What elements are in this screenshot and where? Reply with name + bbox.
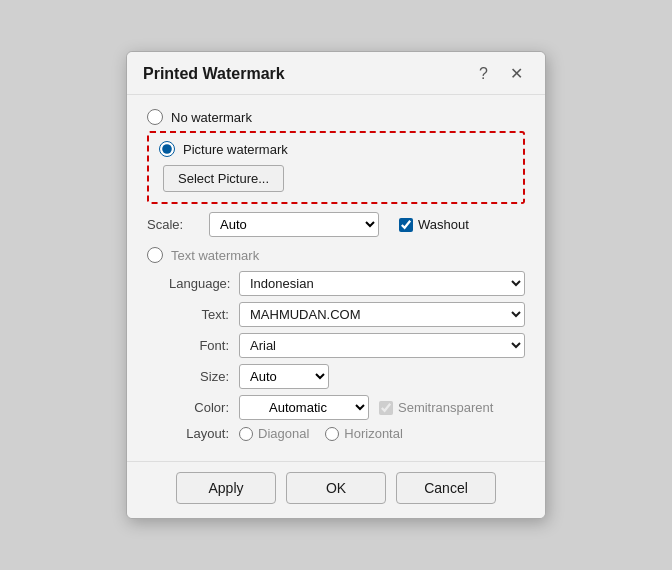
dialog-body: No watermark Picture watermark Select Pi… — [127, 95, 545, 461]
diagonal-radio[interactable] — [239, 427, 253, 441]
washout-check: Washout — [399, 217, 469, 232]
help-button[interactable]: ? — [473, 64, 494, 84]
color-select[interactable]: Automatic — [239, 395, 369, 420]
horizontal-radio[interactable] — [325, 427, 339, 441]
font-select[interactable]: Arial — [239, 333, 525, 358]
cancel-button[interactable]: Cancel — [396, 472, 496, 504]
text-select[interactable]: MAHMUDAN.COM — [239, 302, 525, 327]
color-row: Color: Automatic Semitransparent — [169, 395, 525, 420]
language-label: Language: — [169, 276, 239, 291]
semitransparent-checkbox[interactable] — [379, 401, 393, 415]
text-row: Text: MAHMUDAN.COM — [169, 302, 525, 327]
text-watermark-row: Text watermark — [147, 247, 525, 263]
apply-button[interactable]: Apply — [176, 472, 276, 504]
language-row: Language: Indonesian — [169, 271, 525, 296]
text-watermark-section: Text watermark Language: Indonesian Text… — [147, 247, 525, 441]
titlebar-actions: ? ✕ — [473, 64, 529, 84]
semitransparent-label[interactable]: Semitransparent — [398, 400, 493, 415]
diagonal-option: Diagonal — [239, 426, 309, 441]
close-button[interactable]: ✕ — [504, 64, 529, 84]
size-row: Size: Auto — [169, 364, 525, 389]
text-watermark-label[interactable]: Text watermark — [171, 248, 259, 263]
no-watermark-radio[interactable] — [147, 109, 163, 125]
layout-row: Layout: Diagonal Horizontal — [169, 426, 525, 441]
dialog-footer: Apply OK Cancel — [127, 461, 545, 518]
size-select[interactable]: Auto — [239, 364, 329, 389]
washout-checkbox[interactable] — [399, 218, 413, 232]
diagonal-label[interactable]: Diagonal — [258, 426, 309, 441]
scale-select[interactable]: Auto — [209, 212, 379, 237]
semitransparent-check: Semitransparent — [379, 400, 493, 415]
no-watermark-row: No watermark — [147, 109, 525, 125]
layout-label: Layout: — [169, 426, 239, 441]
language-select[interactable]: Indonesian — [239, 271, 525, 296]
picture-watermark-label[interactable]: Picture watermark — [183, 142, 288, 157]
font-row: Font: Arial — [169, 333, 525, 358]
text-watermark-radio[interactable] — [147, 247, 163, 263]
select-picture-button[interactable]: Select Picture... — [163, 165, 284, 192]
size-label: Size: — [169, 369, 239, 384]
printed-watermark-dialog: Printed Watermark ? ✕ No watermark Pictu… — [126, 51, 546, 519]
layout-radios: Diagonal Horizontal — [239, 426, 403, 441]
text-label: Text: — [169, 307, 239, 322]
scale-label: Scale: — [147, 217, 199, 232]
scale-row: Scale: Auto Washout — [147, 212, 525, 237]
dialog-titlebar: Printed Watermark ? ✕ — [127, 52, 545, 95]
washout-label[interactable]: Washout — [418, 217, 469, 232]
picture-watermark-row: Picture watermark — [159, 141, 513, 157]
picture-watermark-box: Picture watermark Select Picture... — [147, 131, 525, 204]
color-label: Color: — [169, 400, 239, 415]
dialog-title: Printed Watermark — [143, 65, 285, 83]
picture-watermark-radio[interactable] — [159, 141, 175, 157]
font-label: Font: — [169, 338, 239, 353]
horizontal-label[interactable]: Horizontal — [344, 426, 403, 441]
horizontal-option: Horizontal — [325, 426, 403, 441]
ok-button[interactable]: OK — [286, 472, 386, 504]
no-watermark-label[interactable]: No watermark — [171, 110, 252, 125]
